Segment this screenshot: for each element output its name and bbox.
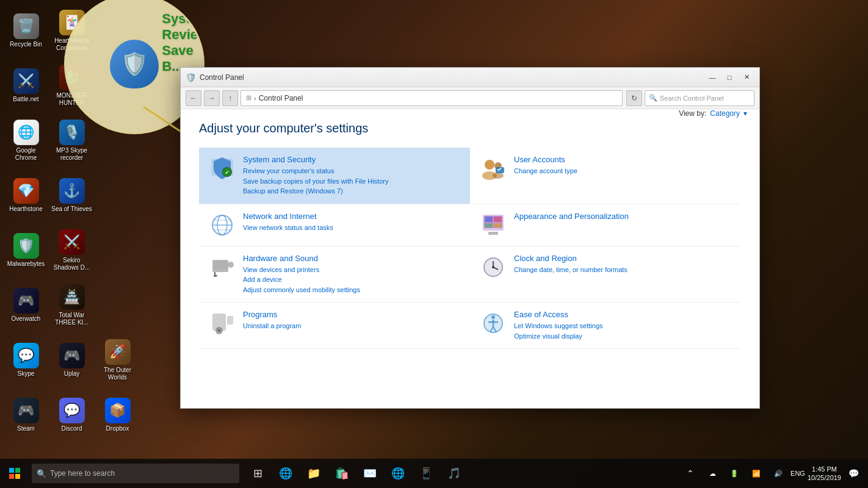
back-button[interactable]: ←	[186, 90, 201, 106]
svg-point-6	[485, 160, 494, 170]
change-account-type-link[interactable]: Change account type	[514, 166, 577, 176]
icon-hearthstone[interactable]: 💎 Hearthstone	[3, 168, 49, 223]
section-appearance-content: Appearance and Personalization	[514, 212, 629, 223]
viewby-label: View by:	[679, 109, 706, 118]
svg-rect-18	[485, 217, 493, 222]
let-windows-suggest-link[interactable]: Let Windows suggest settings	[514, 321, 603, 331]
svg-rect-21	[494, 223, 502, 228]
onedrive-icon[interactable]: ☁	[703, 464, 722, 483]
section-user-accounts[interactable]: User Accounts Change account type	[470, 148, 741, 204]
view-network-status-link[interactable]: View network status and tasks	[243, 223, 333, 233]
svg-point-25	[228, 262, 234, 268]
change-date-time-link[interactable]: Change date, time, or number formats	[514, 265, 627, 275]
section-clock-region[interactable]: Clock and Region Change date, time, or n…	[470, 246, 741, 303]
language-indicator[interactable]: ENG	[790, 470, 805, 477]
icon-uplay[interactable]: 🎮 Uplay	[49, 332, 95, 387]
section-user-accounts-title[interactable]: User Accounts	[514, 155, 577, 164]
cortana-button[interactable]: 🎵	[441, 460, 468, 487]
control-panel-window: 🛡️ Control Panel — □ ✕ ← → ↑ ⊞ › Control…	[180, 67, 760, 409]
show-hidden-icons-button[interactable]: ⌃	[681, 464, 700, 483]
icon-discord[interactable]: 💬 Discord	[49, 387, 95, 442]
section-hardware-sound-title[interactable]: Hardware and Sound	[243, 254, 360, 263]
taskbar-search-bar[interactable]: 🔍 Type here to search	[32, 464, 239, 483]
battery-icon[interactable]: 🔋	[725, 464, 744, 483]
section-clock-region-title[interactable]: Clock and Region	[514, 254, 627, 263]
edge-button[interactable]: 🌐	[272, 460, 299, 487]
icon-steam[interactable]: 🎮 Steam	[3, 387, 49, 442]
address-bar[interactable]: ⊞ › Control Panel	[241, 90, 623, 106]
section-programs[interactable]: Programs Uninstall a program	[199, 303, 470, 349]
taskbar-pinned-apps: ⊞ 🌐 📁 🛍️ ✉️ 🌐 📱 🎵	[244, 460, 468, 487]
svg-rect-24	[214, 261, 227, 270]
action-center-button[interactable]: 💬	[844, 464, 863, 483]
network-icon[interactable]: 📶	[747, 464, 766, 483]
svg-point-39	[491, 315, 495, 319]
search-box[interactable]: 🔍 Search Control Panel	[645, 90, 754, 106]
section-programs-title[interactable]: Programs	[243, 310, 301, 319]
section-hardware-sound-content: Hardware and Sound View devices and prin…	[243, 254, 360, 295]
mail-button[interactable]: ✉️	[356, 460, 383, 487]
start-button[interactable]	[0, 459, 29, 488]
icon-overwatch[interactable]: 🎮 Overwatch	[3, 278, 49, 332]
uninstall-program-link[interactable]: Uninstall a program	[243, 321, 301, 331]
icon-sekiro[interactable]: ⚔️ Sekiro Shadows D...	[49, 223, 95, 278]
cp-sections-grid: ✓ System and Security Review your comput…	[199, 148, 741, 349]
icon-google-chrome[interactable]: 🌐 Google Chrome	[3, 113, 49, 168]
section-ease-of-access-content: Ease of Access Let Windows suggest setti…	[514, 310, 603, 341]
section-system-security[interactable]: ✓ System and Security Review your comput…	[199, 148, 470, 204]
adjust-mobility-link[interactable]: Adjust commonly used mobility settings	[243, 285, 360, 295]
up-button[interactable]: ↑	[222, 90, 238, 106]
user-accounts-icon	[480, 155, 507, 182]
add-device-link[interactable]: Add a device	[243, 274, 360, 285]
refresh-button[interactable]: ↻	[626, 90, 642, 106]
optimize-visual-display-link[interactable]: Optimize visual display	[514, 331, 603, 342]
section-ease-of-access[interactable]: Ease of Access Let Windows suggest setti…	[470, 303, 741, 349]
viewby-chevron-icon[interactable]: ▾	[743, 109, 747, 118]
section-system-security-title[interactable]: System and Security	[243, 155, 388, 164]
section-user-accounts-content: User Accounts Change account type	[514, 155, 577, 176]
icon-outer-worlds[interactable]: 🚀 The Outer Worlds	[95, 332, 140, 387]
svg-rect-20	[485, 223, 493, 228]
window-controls: — □ ✕	[704, 71, 754, 84]
backup-file-history-link[interactable]: Save backup copies of your files with Fi…	[243, 176, 388, 187]
section-network-internet[interactable]: Network and Internet View network status…	[199, 204, 470, 246]
maximize-button[interactable]: □	[722, 71, 737, 84]
network-internet-icon	[209, 212, 236, 239]
icon-malwarebytes[interactable]: 🛡️ Malwarebytes	[3, 223, 49, 278]
zoom-text: SystRevieSaveB...	[162, 11, 198, 74]
window-title-text: Control Panel	[200, 73, 244, 82]
section-programs-content: Programs Uninstall a program	[243, 310, 301, 331]
tablet-mode-button[interactable]: 📱	[413, 460, 439, 487]
section-ease-of-access-title[interactable]: Ease of Access	[514, 310, 603, 319]
svg-rect-22	[488, 232, 498, 235]
taskbar: 🔍 Type here to search ⊞ 🌐 📁 🛍️ ✉️ 🌐 📱 🎵 …	[0, 459, 868, 488]
minimize-button[interactable]: —	[704, 71, 720, 84]
svg-point-26	[214, 274, 216, 277]
chrome-taskbar-button[interactable]: 🌐	[385, 460, 411, 487]
store-button[interactable]: 🛍️	[328, 460, 355, 487]
forward-button[interactable]: →	[204, 90, 220, 106]
window-icon: 🛡️	[186, 73, 196, 82]
viewby-dropdown[interactable]: Category	[710, 109, 740, 118]
volume-icon[interactable]: 🔊	[769, 464, 788, 483]
section-appearance[interactable]: Appearance and Personalization	[470, 204, 741, 246]
clock-display[interactable]: 1:45 PM 10/25/2019	[808, 465, 841, 483]
task-view-button[interactable]: ⊞	[244, 460, 271, 487]
section-network-internet-content: Network and Internet View network status…	[243, 212, 333, 233]
section-network-internet-title[interactable]: Network and Internet	[243, 212, 333, 221]
review-computer-status-link[interactable]: Review your computer's status	[243, 166, 388, 176]
backup-restore-link[interactable]: Backup and Restore (Windows 7)	[243, 186, 388, 196]
view-devices-printers-link[interactable]: View devices and printers	[243, 265, 360, 275]
icon-dropbox[interactable]: 📦 Dropbox	[95, 387, 140, 442]
icon-skype[interactable]: 💬 Skype	[3, 332, 49, 387]
svg-rect-19	[494, 217, 502, 222]
icon-battle-net[interactable]: ⚔️ Battle.net	[3, 58, 49, 113]
section-appearance-title[interactable]: Appearance and Personalization	[514, 212, 629, 221]
section-hardware-sound[interactable]: Hardware and Sound View devices and prin…	[199, 246, 470, 303]
icon-sea-of-thieves[interactable]: ⚓ Sea of Thieves	[49, 168, 95, 223]
icon-total-war[interactable]: 🏯 Total War THREE KI...	[49, 278, 95, 332]
icon-recycle-bin[interactable]: 🗑️ Recycle Bin	[3, 3, 49, 58]
svg-text:✓: ✓	[225, 170, 230, 176]
explorer-button[interactable]: 📁	[300, 460, 327, 487]
close-button[interactable]: ✕	[739, 71, 754, 84]
